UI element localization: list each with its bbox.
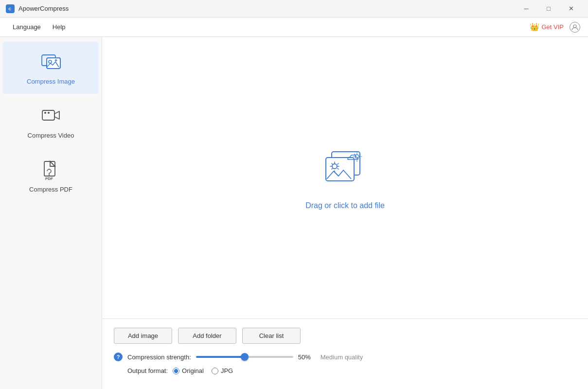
crown-icon: 👑 — [530, 22, 539, 32]
close-button[interactable]: ✕ — [560, 0, 582, 18]
add-image-button[interactable]: Add image — [114, 328, 172, 344]
sidebar-item-compress-video[interactable]: Compress Video — [3, 96, 99, 148]
compression-slider[interactable] — [196, 356, 293, 358]
compress-image-icon — [39, 51, 63, 74]
radio-jpg-input[interactable] — [212, 368, 218, 374]
titlebar: C ApowerCompress ─ □ ✕ — [0, 0, 588, 18]
radio-original-input[interactable] — [173, 368, 179, 374]
radio-original-label: Original — [182, 367, 204, 374]
svg-rect-10 — [44, 161, 55, 176]
menubar: Language Help 👑 Get VIP — [0, 18, 588, 37]
output-format-label: Output format: — [127, 367, 168, 374]
sidebar-item-compress-image[interactable]: Compress Image — [3, 42, 99, 94]
radio-jpg-label: JPG — [221, 367, 233, 374]
svg-point-2 — [573, 25, 576, 28]
sidebar: Compress Image Compress Video PDF — [0, 37, 102, 389]
menu-help[interactable]: Help — [48, 21, 71, 33]
svg-text:PDF: PDF — [45, 177, 53, 181]
sidebar-label-compress-video: Compress Video — [28, 132, 74, 139]
content-area: Drag or click to add file Add image Add … — [102, 37, 588, 389]
window-controls: ─ □ ✕ — [515, 0, 582, 18]
radio-group: Original JPG — [173, 367, 233, 374]
svg-rect-7 — [42, 110, 54, 120]
menu-language[interactable]: Language — [8, 21, 46, 33]
compress-video-icon — [39, 105, 63, 128]
minimize-button[interactable]: ─ — [515, 0, 537, 18]
menubar-left: Language Help — [8, 21, 71, 33]
get-vip-label: Get VIP — [541, 23, 564, 31]
compression-strength-label: Compression strength: — [127, 354, 191, 361]
output-format-row: Output format: Original JPG — [114, 367, 576, 374]
sidebar-label-compress-image: Compress Image — [27, 78, 75, 85]
add-folder-button[interactable]: Add folder — [178, 328, 236, 344]
controls-buttons: Add image Add folder Clear list — [114, 328, 576, 344]
maximize-button[interactable]: □ — [537, 0, 560, 18]
get-vip-button[interactable]: 👑 Get VIP — [530, 22, 564, 32]
clear-list-button[interactable]: Clear list — [242, 328, 301, 344]
compression-value: 50% — [298, 354, 316, 361]
sidebar-item-compress-pdf[interactable]: PDF Compress PDF — [3, 150, 99, 202]
titlebar-left: C ApowerCompress — [6, 4, 69, 13]
sidebar-label-compress-pdf: Compress PDF — [29, 186, 72, 193]
radio-jpg[interactable]: JPG — [212, 367, 233, 374]
radio-original[interactable]: Original — [173, 367, 204, 374]
slider-container: 50% Medium quality — [196, 354, 363, 361]
drop-zone[interactable]: Drag or click to add file — [102, 37, 588, 319]
svg-point-8 — [44, 112, 46, 114]
menubar-right: 👑 Get VIP — [530, 22, 580, 33]
apowercompress-icon: C — [6, 4, 15, 13]
drop-zone-icon — [321, 146, 370, 192]
drop-zone-text: Drag or click to add file — [305, 201, 385, 210]
svg-text:C: C — [9, 7, 12, 11]
compression-strength-row: ? Compression strength: 50% Medium quali… — [114, 353, 576, 361]
main-layout: Compress Image Compress Video PDF — [0, 37, 588, 389]
svg-point-9 — [48, 112, 50, 114]
help-icon[interactable]: ? — [114, 353, 123, 361]
compression-quality: Medium quality — [321, 354, 363, 361]
controls-panel: Add image Add folder Clear list ? Compre… — [102, 319, 588, 389]
svg-rect-4 — [47, 58, 60, 69]
compress-pdf-icon: PDF — [39, 159, 63, 182]
app-title: ApowerCompress — [18, 5, 69, 12]
user-icon[interactable] — [570, 22, 580, 33]
